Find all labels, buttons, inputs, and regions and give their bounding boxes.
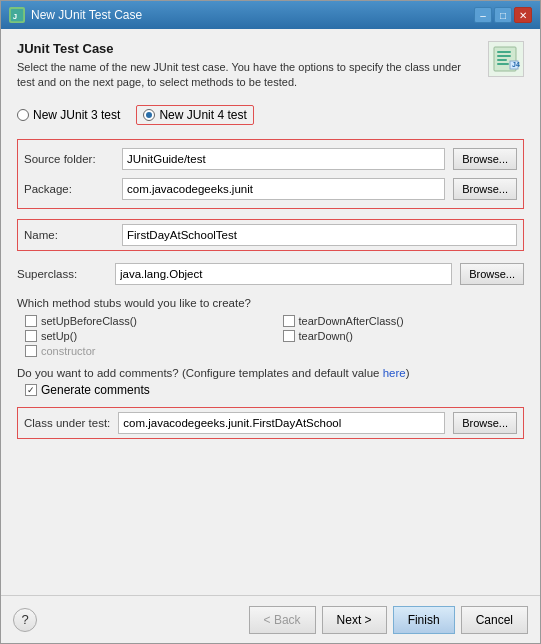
window-icon: J xyxy=(9,7,25,23)
title-bar-left: J New JUnit Test Case xyxy=(9,7,142,23)
header-text: JUnit Test Case Select the name of the n… xyxy=(17,41,480,91)
next-button[interactable]: Next > xyxy=(322,606,387,634)
name-section: Name: xyxy=(17,219,524,251)
superclass-input[interactable] xyxy=(115,263,452,285)
stub-teardown-after-class-checkbox[interactable] xyxy=(283,315,295,327)
stub-teardown[interactable]: tearDown() xyxy=(283,330,525,342)
back-button[interactable]: < Back xyxy=(249,606,316,634)
class-under-test-label: Class under test: xyxy=(24,417,110,429)
bottom-bar: ? < Back Next > Finish Cancel xyxy=(1,595,540,643)
package-row: Package: Browse... xyxy=(18,176,523,202)
junit-version-radio-group: New JUnit 3 test New JUnit 4 test xyxy=(17,101,524,129)
stub-setup-checkbox[interactable] xyxy=(25,330,37,342)
minimize-button[interactable]: – xyxy=(474,7,492,23)
help-button[interactable]: ? xyxy=(13,608,37,632)
name-input[interactable] xyxy=(122,224,517,246)
stub-teardown-after-class-label: tearDownAfterClass() xyxy=(299,315,404,327)
svg-rect-5 xyxy=(497,59,507,61)
source-folder-label: Source folder: xyxy=(24,153,114,165)
header-description: Select the name of the new JUnit test ca… xyxy=(17,60,480,91)
stubs-grid: setUpBeforeClass() tearDownAfterClass() … xyxy=(17,315,524,357)
stub-constructor-label: constructor xyxy=(41,345,95,357)
class-under-test-browse-button[interactable]: Browse... xyxy=(453,412,517,434)
junit4-label: New JUnit 4 test xyxy=(159,108,246,122)
stub-setup-label: setUp() xyxy=(41,330,77,342)
bottom-left: ? xyxy=(13,608,37,632)
generate-comments-row[interactable]: Generate comments xyxy=(17,383,524,397)
finish-button[interactable]: Finish xyxy=(393,606,455,634)
cancel-button[interactable]: Cancel xyxy=(461,606,528,634)
stub-constructor[interactable]: constructor xyxy=(25,345,267,357)
bottom-right: < Back Next > Finish Cancel xyxy=(249,606,528,634)
svg-text:J: J xyxy=(13,12,17,21)
header-icon: J4 xyxy=(488,41,524,77)
title-bar: J New JUnit Test Case – □ ✕ xyxy=(1,1,540,29)
superclass-browse-button[interactable]: Browse... xyxy=(460,263,524,285)
comments-section: Do you want to add comments? (Configure … xyxy=(17,367,524,397)
source-package-section: Source folder: Browse... Package: Browse… xyxy=(17,139,524,209)
junit4-radio-input[interactable] xyxy=(143,109,155,121)
title-buttons: – □ ✕ xyxy=(474,7,532,23)
svg-text:J4: J4 xyxy=(512,61,520,68)
comments-title-text: Do you want to add comments? (Configure … xyxy=(17,367,383,379)
svg-rect-6 xyxy=(497,63,509,65)
stub-teardown-checkbox[interactable] xyxy=(283,330,295,342)
header-section: JUnit Test Case Select the name of the n… xyxy=(17,41,524,91)
source-folder-row: Source folder: Browse... xyxy=(18,146,523,172)
class-under-test-section: Class under test: Browse... xyxy=(17,407,524,439)
maximize-button[interactable]: □ xyxy=(494,7,512,23)
package-input[interactable] xyxy=(122,178,445,200)
comments-close-paren: ) xyxy=(406,367,410,379)
stub-teardown-label: tearDown() xyxy=(299,330,353,342)
dialog-content: JUnit Test Case Select the name of the n… xyxy=(1,29,540,595)
name-label: Name: xyxy=(24,229,114,241)
stub-setup[interactable]: setUp() xyxy=(25,330,267,342)
source-folder-browse-button[interactable]: Browse... xyxy=(453,148,517,170)
superclass-label: Superclass: xyxy=(17,268,107,280)
stub-teardown-after-class[interactable]: tearDownAfterClass() xyxy=(283,315,525,327)
window-title: New JUnit Test Case xyxy=(31,8,142,22)
stubs-section: Which method stubs would you like to cre… xyxy=(17,297,524,357)
stubs-title: Which method stubs would you like to cre… xyxy=(17,297,524,309)
junit4-radio[interactable]: New JUnit 4 test xyxy=(136,105,253,125)
generate-comments-label: Generate comments xyxy=(41,383,150,397)
stub-setup-before-class-checkbox[interactable] xyxy=(25,315,37,327)
generate-comments-checkbox[interactable] xyxy=(25,384,37,396)
close-button[interactable]: ✕ xyxy=(514,7,532,23)
stub-setup-before-class-label: setUpBeforeClass() xyxy=(41,315,137,327)
package-label: Package: xyxy=(24,183,114,195)
class-under-test-input[interactable] xyxy=(118,412,445,434)
comments-link[interactable]: here xyxy=(383,367,406,379)
svg-rect-3 xyxy=(497,51,511,53)
junit3-radio-input[interactable] xyxy=(17,109,29,121)
junit3-label: New JUnit 3 test xyxy=(33,108,120,122)
svg-rect-4 xyxy=(497,55,511,57)
source-folder-input[interactable] xyxy=(122,148,445,170)
superclass-row: Superclass: Browse... xyxy=(17,261,524,287)
junit3-radio[interactable]: New JUnit 3 test xyxy=(17,108,120,122)
comments-title: Do you want to add comments? (Configure … xyxy=(17,367,524,379)
stub-setup-before-class[interactable]: setUpBeforeClass() xyxy=(25,315,267,327)
main-window: J New JUnit Test Case – □ ✕ JUnit Test C… xyxy=(0,0,541,644)
header-title: JUnit Test Case xyxy=(17,41,480,56)
package-browse-button[interactable]: Browse... xyxy=(453,178,517,200)
stub-constructor-checkbox[interactable] xyxy=(25,345,37,357)
